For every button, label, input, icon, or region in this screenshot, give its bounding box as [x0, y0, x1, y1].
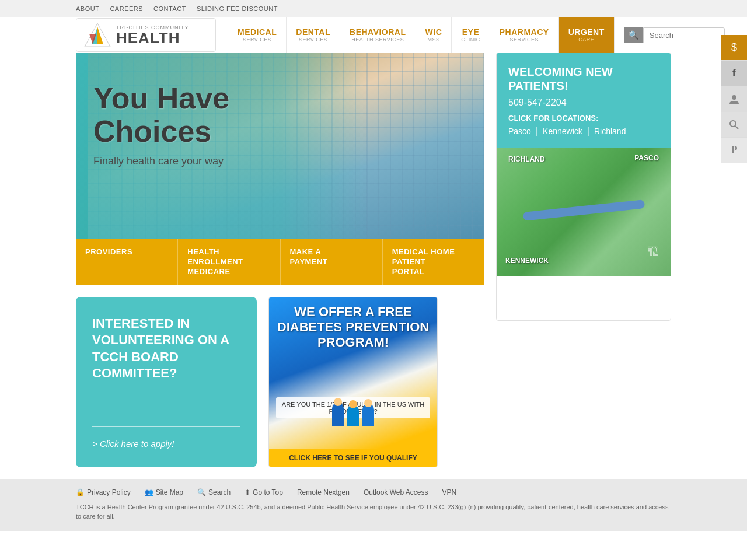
- remote-nextgen-link[interactable]: Remote Nextgen: [297, 488, 350, 496]
- search-icon: [729, 120, 739, 130]
- behavioral-nav-item[interactable]: BEHAVIORAL HEALTH SERVICES: [340, 18, 416, 52]
- patients-top: WELCOMING NEW PATIENTS! 509-547-2204 CLI…: [497, 53, 671, 148]
- richland-map-label: RICHLAND: [508, 155, 545, 163]
- arrow-up-icon: ⬆: [245, 488, 250, 496]
- vpn-link[interactable]: VPN: [442, 488, 456, 496]
- search-container: 🔍: [624, 27, 725, 43]
- logo-main-text: HEALTH: [116, 30, 189, 46]
- map-area: RICHLAND PASCO KENNEWICK 🏗: [497, 148, 671, 276]
- medical-nav-label: MEDICAL: [238, 27, 277, 37]
- river-shape: [522, 200, 644, 221]
- pharmacy-nav-item[interactable]: PHARMACY SERVICES: [490, 18, 559, 52]
- pasco-map-label: PASCO: [634, 154, 659, 162]
- dental-nav-label: DENTAL: [296, 27, 330, 37]
- dental-nav-item[interactable]: DENTAL SERVICES: [287, 18, 340, 52]
- providers-button[interactable]: PROVIDERS: [76, 239, 178, 285]
- side-buttons: $ f P: [721, 35, 747, 163]
- logo-icon: [83, 22, 111, 48]
- patients-phone: 509-547-2204: [508, 97, 659, 108]
- side-search-button[interactable]: [721, 112, 747, 138]
- sitemap-icon: 👥: [145, 488, 153, 496]
- wic-nav-sub: MSS: [427, 37, 439, 43]
- wic-nav-item[interactable]: WIC MSS: [416, 18, 452, 52]
- footer-search-link[interactable]: 🔍 Search: [197, 488, 231, 496]
- goto-top-link[interactable]: ⬆ Go to Top: [245, 488, 283, 496]
- kennewick-link[interactable]: Kennewick: [543, 127, 582, 136]
- lock-icon: 🔒: [76, 488, 85, 496]
- medical-nav-item[interactable]: MEDICAL SERVICES: [228, 18, 287, 52]
- wic-nav-label: WIC: [425, 27, 442, 37]
- about-link[interactable]: ABOUT: [76, 5, 99, 12]
- main-area: You HaveChoices Finally health care your…: [76, 52, 671, 467]
- eye-nav-sub: CLINIC: [461, 37, 480, 43]
- diabetes-card[interactable]: WE OFFER A FREE DIABETES PREVENTION PROG…: [268, 297, 438, 467]
- careers-link[interactable]: CAREERS: [110, 5, 143, 12]
- richland-link[interactable]: Richland: [594, 127, 626, 136]
- click-locations-label: CLICK FOR LOCATIONS:: [508, 114, 659, 123]
- hero-text: You HaveChoices Finally health care your…: [93, 82, 229, 167]
- footer-disclaimer: TCCH is a Health Center Program grantee …: [76, 502, 671, 522]
- separator-1: |: [536, 126, 538, 136]
- bottom-cards: INTERESTED IN VOLUNTEERING ON A TCCH BOA…: [76, 297, 484, 467]
- medical-nav-sub: SERVICES: [243, 37, 271, 43]
- kennewick-map-label: KENNEWICK: [505, 257, 549, 265]
- footer-search-icon: 🔍: [197, 488, 206, 496]
- health-enrollment-button[interactable]: HEALTHENROLLMENTMEDICARE: [178, 239, 280, 285]
- yellow-nav: PROVIDERS HEALTHENROLLMENTMEDICARE MAKE …: [76, 239, 484, 285]
- logo-text: TRI-CITIES COMMUNITY HEALTH: [116, 24, 189, 46]
- diabetes-cta[interactable]: CLICK HERE TO SEE IF YOU QUALIFY: [269, 449, 437, 467]
- hero-section: You HaveChoices Finally health care your…: [76, 52, 484, 239]
- facebook-button[interactable]: f: [721, 61, 747, 86]
- search-button[interactable]: 🔍: [624, 27, 643, 43]
- dental-nav-sub: SERVICES: [299, 37, 327, 43]
- volunteer-link[interactable]: > Click here to apply!: [92, 439, 240, 449]
- hero-title: You HaveChoices: [93, 82, 229, 148]
- logo[interactable]: TRI-CITIES COMMUNITY HEALTH: [76, 18, 216, 52]
- outlook-link[interactable]: Outlook Web Access: [364, 488, 428, 496]
- diabetes-card-inner: WE OFFER A FREE DIABETES PREVENTION PROG…: [269, 298, 437, 449]
- people-illustration: [332, 402, 374, 426]
- pharmacy-nav-sub: SERVICES: [510, 37, 539, 43]
- donate-button[interactable]: $: [721, 35, 747, 61]
- footer: 🔒 Privacy Policy 👥 Site Map 🔍 Search ⬆ G…: [0, 479, 747, 531]
- hero-subtitle: Finally health care your way: [93, 155, 229, 167]
- patient-portal-button[interactable]: MEDICAL HOMEPATIENTPORTAL: [383, 239, 484, 285]
- search-input[interactable]: [643, 27, 725, 43]
- diabetes-headline: WE OFFER A FREE DIABETES PREVENTION PROG…: [276, 304, 430, 351]
- eye-nav-item[interactable]: EYE CLINIC: [452, 18, 490, 52]
- volunteer-title: INTERESTED IN VOLUNTEERING ON A TCCH BOA…: [92, 316, 240, 382]
- behavioral-nav-label: BEHAVIORAL: [350, 27, 406, 37]
- make-payment-button[interactable]: MAKE APAYMENT: [281, 239, 383, 285]
- user-icon: [728, 93, 740, 105]
- main-header: TRI-CITIES COMMUNITY HEALTH MEDICAL SERV…: [0, 18, 747, 52]
- footer-links: 🔒 Privacy Policy 👥 Site Map 🔍 Search ⬆ G…: [76, 488, 671, 496]
- urgent-nav-sub: CARE: [578, 37, 594, 43]
- svg-line-6: [735, 126, 738, 129]
- patients-card: WELCOMING NEW PATIENTS! 509-547-2204 CLI…: [496, 52, 671, 321]
- turbine-icon: 🏗: [647, 246, 659, 259]
- volunteer-card[interactable]: INTERESTED IN VOLUNTEERING ON A TCCH BOA…: [76, 297, 257, 467]
- pharmacy-nav-label: PHARMACY: [500, 27, 549, 37]
- urgent-nav-label: URGENT: [568, 27, 605, 37]
- service-navigation: MEDICAL SERVICES DENTAL SERVICES BEHAVIO…: [228, 18, 747, 52]
- sliding-fee-link[interactable]: SLIDING FEE DISCOUNT: [197, 5, 278, 12]
- svg-point-5: [730, 121, 736, 127]
- urgent-nav-item[interactable]: URGENT CARE: [559, 18, 615, 52]
- locations-list: Pasco | Kennewick | Richland: [508, 126, 659, 136]
- privacy-policy-link[interactable]: 🔒 Privacy Policy: [76, 488, 131, 496]
- contact-link[interactable]: CONTACT: [153, 5, 186, 12]
- user-button[interactable]: [721, 86, 747, 112]
- separator-2: |: [587, 126, 589, 136]
- pinterest-button[interactable]: P: [721, 138, 747, 163]
- svg-point-4: [732, 95, 736, 100]
- behavioral-nav-sub: HEALTH SERVICES: [351, 37, 404, 43]
- pasco-link[interactable]: Pasco: [508, 127, 531, 136]
- welcoming-title: WELCOMING NEW PATIENTS!: [508, 65, 659, 93]
- site-map-link[interactable]: 👥 Site Map: [145, 488, 183, 496]
- svg-marker-2: [97, 27, 103, 44]
- volunteer-divider: [92, 426, 240, 427]
- top-navigation: ABOUT CAREERS CONTACT SLIDING FEE DISCOU…: [0, 0, 747, 18]
- eye-nav-label: EYE: [462, 27, 480, 37]
